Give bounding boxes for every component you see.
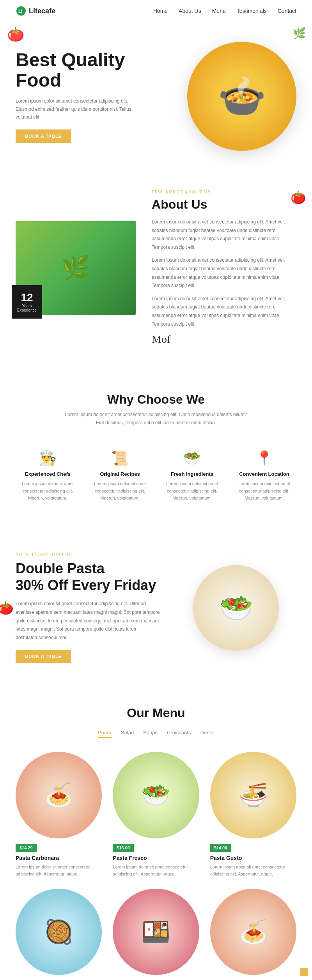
tab-soups[interactable]: Soups [143, 728, 158, 738]
menu-item-3: 🥘 $14.40 Pasta Deluxe Lorem ipsum dolor … [16, 889, 102, 980]
price-1: $13.00 [113, 844, 134, 852]
menu-img-4: 🍱 [113, 889, 199, 975]
menu-grid: 🍝 $14.29 Pasta Carbonara Lorem ipsum dol… [16, 752, 296, 980]
tab-pasta[interactable]: Pasta [98, 728, 112, 738]
menu-item-5: 🍝 $13.67 Pasta Deluxe S Lorem ipsum dolo… [210, 889, 296, 980]
years-label: YearsExperience [17, 304, 37, 312]
promo-tag: NUTRITIONAL OFFERS [16, 553, 160, 557]
tab-doner[interactable]: Doner [200, 728, 214, 738]
price-0: $14.29 [16, 844, 37, 852]
navbar: Li Litecafe Home About Us Menu Testimoni… [0, 0, 312, 22]
promo-plate: 🥗 [193, 565, 279, 651]
menu-img-5: 🍝 [210, 889, 296, 975]
deco-tomato-promo: 🍅 [0, 601, 14, 615]
nav-home[interactable]: Home [153, 8, 168, 14]
about-text: FEW WORDS ABOUT US About Us Lorem ipsum … [152, 190, 296, 346]
feature-location: 📍 Convenient Location Lorem ipsum dolor … [232, 442, 296, 510]
nav-menu[interactable]: Menu [212, 8, 226, 14]
hero-plate-emoji: 🍲 [218, 73, 266, 119]
menu-item-0: 🍝 $14.29 Pasta Carbonara Lorem ipsum dol… [16, 752, 102, 878]
years-number: 12 [17, 291, 37, 304]
feature-ingredients: 🥗 Fresh Ingredients Lorem ipsum dolor si… [160, 442, 224, 510]
promo-plate-emoji: 🥗 [219, 592, 253, 624]
nav-about[interactable]: About Us [179, 8, 201, 14]
promo-title: Double Pasta30% Off Every Friday [16, 560, 160, 594]
location-desc: Lorem ipsum dolor sit amet consectetur a… [238, 480, 290, 502]
chefs-desc: Lorem ipsum dolor sit amet consectetur a… [22, 480, 74, 502]
feature-chefs: 👨‍🍳 Experienced Chefs Lorem ipsum dolor … [16, 442, 80, 510]
ingredients-icon: 🥗 [166, 450, 218, 466]
deco-tomato-hero: 🍅 [7, 26, 25, 43]
bottom-dot [300, 968, 308, 976]
about-image-wrap: 🌿 12 YearsExperience [16, 221, 136, 315]
about-title: About Us [152, 197, 296, 212]
promo-section: 🍅 NUTRITIONAL OFFERS Double Pasta30% Off… [0, 533, 312, 682]
promo-text: NUTRITIONAL OFFERS Double Pasta30% Off E… [16, 553, 160, 663]
menu-name-0: Pasta Carbonara [16, 855, 102, 861]
price-2: $14.00 [210, 844, 231, 852]
location-icon: 📍 [238, 450, 290, 466]
menu-item-2: 🍜 $14.00 Pasta Gusto Lorem ipsum dolor s… [210, 752, 296, 878]
nav-testimonials[interactable]: Testimonials [237, 8, 267, 14]
hero-title: Best QualityFood [16, 50, 156, 91]
years-badge: 12 YearsExperience [12, 285, 42, 319]
recipes-icon: 📜 [94, 450, 146, 466]
about-para-3: Lorem ipsum dolor sit amet consectetur a… [152, 295, 296, 328]
recipes-title: Original Recipes [94, 471, 146, 477]
menu-name-2: Pasta Gusto [210, 855, 296, 861]
svg-text:Li: Li [18, 9, 23, 14]
promo-image: 🥗 [176, 565, 296, 651]
menu-desc-1: Lorem ipsum dolor sit amet consectetur a… [113, 863, 199, 878]
why-choose-subtitle: Lorem ipsum dolor sit amet consectetur a… [62, 411, 250, 427]
nav-links: Home About Us Menu Testimonials Contact [153, 7, 296, 14]
logo-text: Litecafe [29, 7, 55, 15]
tab-croissants[interactable]: Croissants [167, 728, 191, 738]
menu-title: Our Menu [16, 706, 296, 720]
signature: Mof [152, 333, 296, 346]
hero-cta-button[interactable]: BOOK A TABLE [16, 129, 71, 143]
nav-contact[interactable]: Contact [278, 8, 296, 14]
about-tag: FEW WORDS ABOUT US [152, 190, 296, 194]
menu-desc-2: Lorem ipsum dolor sit amet consectetur a… [210, 863, 296, 878]
recipes-desc: Lorem ipsum dolor sit amet consectetur a… [94, 480, 146, 502]
about-para-2: Lorem ipsum dolor sit amet consectetur a… [152, 256, 296, 290]
menu-item-4: 🍱 $16.10 Pasta Camaro Lorem ipsum dolor … [113, 889, 199, 980]
menu-img-2: 🍜 [210, 752, 296, 838]
promo-description: Lorem ipsum dolor sit amet consectetur a… [16, 600, 160, 642]
ingredients-desc: Lorem ipsum dolor sit amet consectetur a… [166, 480, 218, 502]
deco-leaf-hero: 🌿 [292, 27, 306, 40]
promo-cta-button[interactable]: BOOK A TABLE [16, 650, 71, 663]
menu-tabs: Pasta Salad Soups Croissants Doner [16, 728, 296, 738]
tab-salad[interactable]: Salad [121, 728, 134, 738]
menu-item-1: 🥗 $13.00 Pasta Fresco Lorem ipsum dolor … [113, 752, 199, 878]
hero-section: 🍅 🌿 Best QualityFood Lorem ipsum dolor s… [0, 22, 312, 167]
why-choose-title: Why Choose We [16, 392, 296, 407]
menu-img-0: 🍝 [16, 752, 102, 838]
feature-recipes: 📜 Original Recipes Lorem ipsum dolor sit… [88, 442, 152, 510]
chefs-icon: 👨‍🍳 [22, 450, 74, 466]
logo[interactable]: Li Litecafe [16, 5, 55, 16]
features-grid: 👨‍🍳 Experienced Chefs Lorem ipsum dolor … [16, 442, 296, 510]
menu-desc-0: Lorem ipsum dolor sit amet consectetur a… [16, 863, 102, 878]
chefs-title: Experienced Chefs [22, 471, 74, 477]
menu-section: Our Menu Pasta Salad Soups Croissants Do… [0, 682, 312, 980]
why-choose-section: Why Choose We Lorem ipsum dolor sit amet… [0, 369, 312, 533]
about-section: 🌿 12 YearsExperience FEW WORDS ABOUT US … [0, 167, 312, 369]
hero-image: 🍲 [156, 42, 296, 151]
location-title: Convenient Location [238, 471, 290, 477]
ingredients-title: Fresh Ingredients [166, 471, 218, 477]
hero-plate: 🍲 [187, 42, 296, 151]
hero-description: Lorem ipsum dolor sit amet consectetur a… [16, 97, 140, 121]
menu-name-1: Pasta Fresco [113, 855, 199, 861]
hero-text: Best QualityFood Lorem ipsum dolor sit a… [16, 50, 156, 143]
menu-img-1: 🥗 [113, 752, 199, 838]
menu-img-3: 🥘 [16, 889, 102, 975]
about-para-1: Lorem ipsum dolor sit amet consectetur a… [152, 218, 296, 252]
